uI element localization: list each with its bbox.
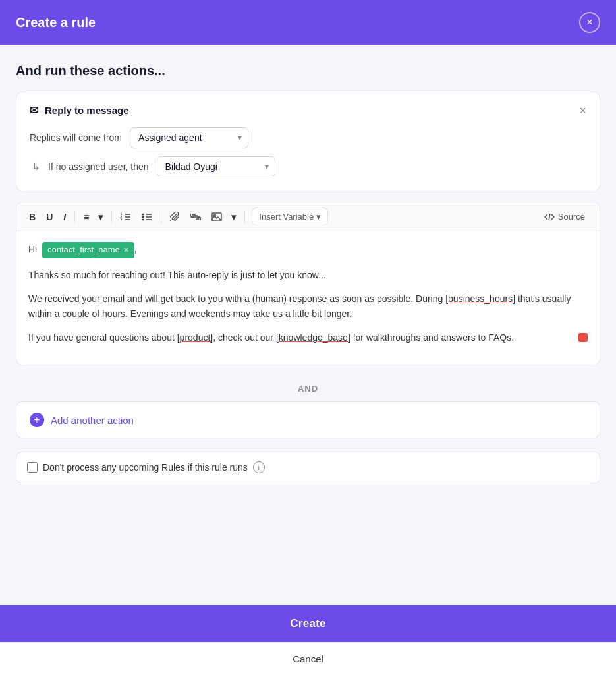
- editor-toolbar: B U I ≡ ▾ 1 2 3: [16, 202, 600, 231]
- insert-variable-button[interactable]: Insert Variable ▾: [252, 208, 328, 225]
- business-hours-link: [business_hours]: [445, 293, 515, 304]
- section-title: And run these actions...: [16, 63, 600, 78]
- info-icon[interactable]: i: [253, 461, 265, 473]
- fallback-select-wrapper: Bildad Oyugi: [157, 156, 275, 177]
- align-group: ≡ ▾: [79, 208, 107, 225]
- svg-point-10: [142, 216, 144, 218]
- bold-button[interactable]: B: [24, 208, 40, 225]
- variable-tag-contact-name[interactable]: contact_first_name ✕: [42, 242, 134, 258]
- variable-tag-close[interactable]: ✕: [123, 245, 129, 256]
- action-title-label: Reply to message: [45, 105, 129, 116]
- greeting-text: Hi: [28, 244, 37, 254]
- insert-variable-chevron: ▾: [316, 212, 321, 221]
- insert-variable-label: Insert Variable: [259, 212, 314, 221]
- variable-tag-label: contact_first_name: [47, 243, 120, 257]
- comma-text: ,: [134, 244, 137, 254]
- underline-button[interactable]: U: [42, 208, 57, 225]
- create-button[interactable]: Create: [0, 605, 616, 642]
- close-button[interactable]: ×: [579, 12, 600, 33]
- source-label: Source: [558, 212, 585, 221]
- editor-content[interactable]: Hi contact_first_name ✕ , Thanks so much…: [16, 231, 600, 365]
- editor-container: B U I ≡ ▾ 1 2 3: [16, 202, 600, 365]
- replies-from-label: Replies will come from: [30, 132, 122, 143]
- fallback-label: If no assigned user, then: [48, 161, 149, 172]
- ordered-list-button[interactable]: 1 2 3: [116, 209, 136, 225]
- image-button[interactable]: [207, 209, 227, 225]
- unordered-list-button[interactable]: [137, 209, 157, 225]
- replies-from-row: Replies will come from Assigned agent: [30, 127, 586, 148]
- toolbar-divider-3: [161, 210, 161, 223]
- svg-point-11: [142, 218, 144, 220]
- toolbar-divider-1: [74, 210, 75, 223]
- editor-para-3: If you have general questions about [pro…: [28, 330, 588, 345]
- no-process-checkbox[interactable]: [27, 462, 38, 473]
- svg-line-15: [549, 214, 550, 220]
- toolbar-divider-4: [244, 210, 245, 223]
- toolbar-divider-2: [111, 210, 112, 223]
- italic-button[interactable]: I: [59, 208, 70, 225]
- checkbox-label: Don't process any upcoming Rules if this…: [43, 462, 248, 473]
- checkbox-row: Don't process any upcoming Rules if this…: [16, 452, 600, 483]
- attachment-button[interactable]: [165, 208, 184, 225]
- product-link: [product]: [177, 332, 213, 343]
- action-card-header: ✉ Reply to message ×: [30, 104, 586, 117]
- modal-body: And run these actions... ✉ Reply to mess…: [0, 45, 616, 605]
- red-square-indicator: [578, 333, 588, 342]
- editor-greeting-line: Hi contact_first_name ✕ ,: [28, 242, 588, 258]
- image-dropdown-button[interactable]: ▾: [227, 208, 240, 225]
- action-card-close-button[interactable]: ×: [579, 105, 586, 117]
- agent-select[interactable]: Assigned agent: [130, 127, 248, 148]
- cancel-button[interactable]: Cancel: [0, 642, 616, 675]
- modal-header: Create a rule ×: [0, 0, 616, 45]
- action-card-reply: ✉ Reply to message × Replies will come f…: [16, 92, 600, 191]
- action-card-title: ✉ Reply to message: [30, 104, 129, 117]
- editor-para-1: Thanks so much for reaching out! This au…: [28, 268, 588, 282]
- add-action-icon: +: [30, 413, 44, 427]
- indent-arrow-icon: ↳: [32, 161, 40, 172]
- align-dropdown-button[interactable]: ▾: [94, 208, 107, 225]
- envelope-icon: ✉: [30, 104, 38, 117]
- modal-footer: Create Cancel: [0, 605, 616, 675]
- knowledge-base-link: [knowledge_base]: [276, 332, 350, 343]
- agent-select-wrapper: Assigned agent: [130, 127, 248, 148]
- modal-title: Create a rule: [16, 15, 96, 30]
- align-button[interactable]: ≡: [79, 208, 94, 225]
- source-button[interactable]: Source: [538, 208, 592, 225]
- fallback-row: ↳ If no assigned user, then Bildad Oyugi: [30, 156, 586, 177]
- add-action-card[interactable]: + Add another action: [16, 401, 600, 438]
- link-button[interactable]: [186, 210, 206, 223]
- image-group: ▾: [207, 208, 240, 225]
- svg-text:3: 3: [121, 218, 123, 221]
- and-divider: AND: [16, 384, 600, 394]
- fallback-select[interactable]: Bildad Oyugi: [157, 156, 275, 177]
- add-action-label: Add another action: [51, 415, 134, 426]
- svg-point-9: [142, 213, 144, 215]
- editor-para-2: We received your email and will get back…: [28, 291, 588, 321]
